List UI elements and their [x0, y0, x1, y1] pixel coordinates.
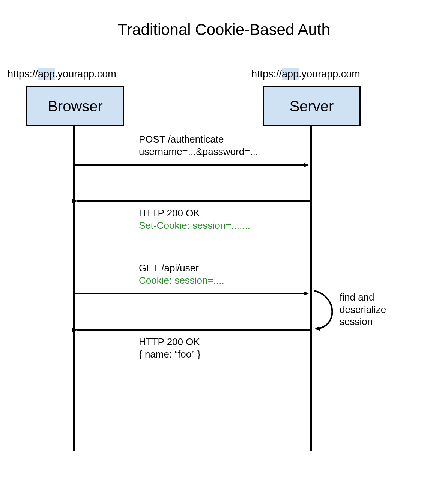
server-url-prefix: https:// — [251, 68, 282, 80]
actor-browser-label: Browser — [48, 98, 103, 115]
diagram-title: Traditional Cookie-Based Auth — [0, 21, 448, 39]
browser-url-suffix: .yourapp.com — [55, 68, 116, 80]
msg3-line2: Cookie: session=.... — [139, 274, 224, 287]
browser-url-prefix: https:// — [8, 68, 38, 80]
browser-url-highlight: app — [38, 68, 55, 80]
browser-lifeline — [73, 125, 75, 451]
msg4-line1: HTTP 200 OK — [139, 336, 201, 348]
msg4-line2: { name: “foo” } — [139, 348, 201, 361]
msg2-line1: HTTP 200 OK — [139, 207, 250, 219]
actor-browser: Browser — [26, 86, 124, 126]
sequence-diagram: Traditional Cookie-Based Auth https://ap… — [0, 0, 448, 490]
msg2-line2: Set-Cookie: session=....... — [139, 219, 250, 232]
msg1-label: POST /authenticate username=...&password… — [139, 133, 258, 158]
server-url-highlight: app — [282, 68, 299, 80]
msg3-line1: GET /api/user — [139, 262, 224, 274]
actor-server: Server — [263, 86, 361, 126]
self-loop-note: find and deserialize session — [340, 291, 386, 328]
actor-server-label: Server — [290, 98, 334, 115]
self-loop-note-line2: deserialize — [340, 304, 386, 316]
msg2-label: HTTP 200 OK Set-Cookie: session=....... — [139, 207, 250, 231]
self-loop-note-line3: session — [340, 316, 386, 328]
server-url-suffix: .yourapp.com — [299, 68, 360, 80]
self-loop-note-line1: find and — [340, 291, 386, 304]
msg4-label: HTTP 200 OK { name: “foo” } — [139, 336, 201, 360]
self-loop-arrow — [314, 291, 332, 329]
browser-url-label: https://app.yourapp.com — [8, 68, 116, 80]
server-lifeline — [310, 125, 312, 451]
msg1-line1: POST /authenticate — [139, 133, 258, 146]
server-url-label: https://app.yourapp.com — [251, 68, 360, 80]
msg1-line2: username=...&password=... — [139, 146, 258, 158]
msg3-label: GET /api/user Cookie: session=.... — [139, 262, 224, 286]
